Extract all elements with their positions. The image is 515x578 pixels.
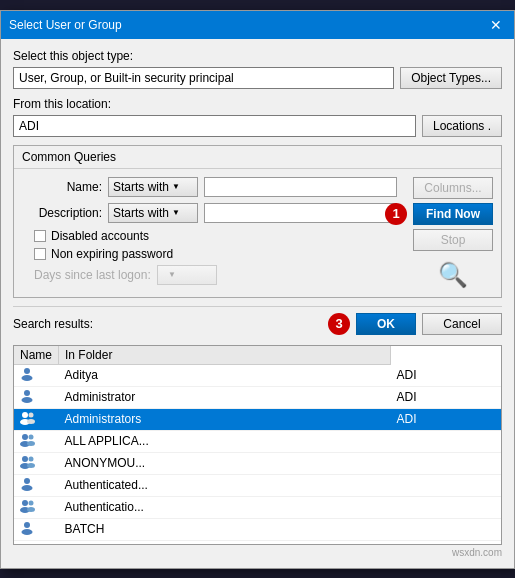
row-name: ANONYMOU... — [59, 452, 391, 474]
object-types-button[interactable]: Object Types... — [400, 67, 502, 89]
days-select[interactable]: ▼ — [157, 265, 217, 285]
location-label: From this location: — [13, 97, 502, 111]
cancel-button[interactable]: Cancel — [422, 313, 502, 335]
find-now-button[interactable]: Find Now — [413, 203, 493, 225]
table-row[interactable]: AdityaADI — [14, 364, 501, 386]
col-header-name: Name — [14, 346, 59, 365]
user-icon — [14, 518, 59, 540]
row-name: ALL APPLICA... — [59, 430, 391, 452]
row-name: Administrator — [59, 386, 391, 408]
svg-point-23 — [22, 529, 33, 535]
user-icon — [14, 474, 59, 496]
table-row[interactable]: BATCH — [14, 518, 501, 540]
disabled-accounts-row: Disabled accounts — [34, 229, 397, 243]
table-row[interactable]: AdministratorADI — [14, 386, 501, 408]
name-row: Name: Starts with ▼ — [22, 177, 397, 197]
group-icon — [14, 452, 59, 474]
col-header-folder: In Folder — [59, 346, 391, 365]
row-name: CONSOLE L... — [59, 540, 391, 545]
group-icon — [14, 496, 59, 518]
svg-point-1 — [22, 375, 33, 381]
locations-button[interactable]: Locations . — [422, 115, 502, 137]
close-button[interactable]: ✕ — [486, 17, 506, 33]
stop-button[interactable]: Stop — [413, 229, 493, 251]
object-type-label: Select this object type: — [13, 49, 502, 63]
key-icon: 🔍 — [413, 261, 493, 289]
dialog-body: Select this object type: Object Types...… — [1, 39, 514, 568]
row-name: Authenticatio... — [59, 496, 391, 518]
svg-point-9 — [29, 434, 34, 439]
svg-point-16 — [24, 478, 30, 484]
svg-point-15 — [27, 463, 35, 468]
ok-container: 3 OK — [356, 313, 416, 335]
name-label: Name: — [22, 180, 102, 194]
non-expiring-label: Non expiring password — [51, 247, 173, 261]
days-since-logon-label: Days since last logon: — [34, 268, 151, 282]
non-expiring-row: Non expiring password — [34, 247, 397, 261]
table-row[interactable]: ALL APPLICA... — [14, 430, 501, 452]
table-row[interactable]: ANONYMOU... — [14, 452, 501, 474]
dialog-title: Select User or Group — [9, 18, 122, 32]
results-table-wrapper: Name In Folder AdityaADI AdministratorAD… — [13, 345, 502, 545]
row-name: Aditya — [59, 364, 391, 386]
row-folder — [391, 496, 501, 518]
location-row: Locations . — [13, 115, 502, 137]
days-dropdown-arrow: ▼ — [168, 270, 176, 279]
row-name: BATCH — [59, 518, 391, 540]
object-type-input[interactable] — [13, 67, 394, 89]
row-name: Authenticated... — [59, 474, 391, 496]
right-buttons: Columns... 1 Find Now Stop 🔍 — [413, 177, 493, 289]
select-user-group-dialog: Select User or Group ✕ Select this objec… — [0, 10, 515, 569]
svg-point-4 — [22, 412, 28, 418]
common-queries-group: Common Queries Name: Starts with ▼ — [13, 145, 502, 298]
svg-point-5 — [29, 412, 34, 417]
svg-point-8 — [22, 434, 28, 440]
svg-point-21 — [27, 507, 35, 512]
svg-point-3 — [22, 397, 33, 403]
user-icon — [14, 386, 59, 408]
table-row[interactable]: Authenticatio... — [14, 496, 501, 518]
row-folder — [391, 518, 501, 540]
disabled-accounts-checkbox[interactable] — [34, 230, 46, 242]
table-row[interactable]: AdministratorsADI2 — [14, 408, 501, 430]
table-row[interactable]: CONSOLE L... — [14, 540, 501, 545]
row-folder: ADI — [391, 386, 501, 408]
step1-badge: 1 — [385, 203, 407, 225]
common-queries-tab[interactable]: Common Queries — [14, 146, 501, 169]
name-input[interactable] — [204, 177, 397, 197]
desc-dropdown-arrow: ▼ — [172, 208, 180, 217]
user-icon — [14, 364, 59, 386]
table-row[interactable]: Authenticated... — [14, 474, 501, 496]
desc-starts-with-select[interactable]: Starts with ▼ — [108, 203, 198, 223]
group-icon — [14, 408, 59, 430]
svg-point-24 — [24, 544, 30, 545]
common-queries-content: Name: Starts with ▼ Description: Starts — [14, 169, 501, 297]
title-bar: Select User or Group ✕ — [1, 11, 514, 39]
columns-button[interactable]: Columns... — [413, 177, 493, 199]
svg-point-12 — [22, 456, 28, 462]
left-area: Name: Starts with ▼ Description: Starts — [22, 177, 397, 289]
svg-point-0 — [24, 368, 30, 374]
search-results-label: Search results: — [13, 317, 350, 331]
name-starts-with-select[interactable]: Starts with ▼ — [108, 177, 198, 197]
row-name: Administrators — [59, 408, 391, 430]
description-label: Description: — [22, 206, 102, 220]
row-folder — [391, 452, 501, 474]
watermark: wsxdn.com — [13, 547, 502, 558]
disabled-accounts-label: Disabled accounts — [51, 229, 149, 243]
non-expiring-checkbox[interactable] — [34, 248, 46, 260]
row-folder — [391, 474, 501, 496]
row-folder — [391, 540, 501, 545]
main-area: Name: Starts with ▼ Description: Starts — [22, 177, 493, 289]
location-input[interactable] — [13, 115, 416, 137]
row-folder — [391, 430, 501, 452]
name-dropdown-arrow: ▼ — [172, 182, 180, 191]
ok-button[interactable]: OK — [356, 313, 416, 335]
description-input[interactable] — [204, 203, 397, 223]
svg-point-2 — [24, 390, 30, 396]
search-results-bar: Search results: 3 OK Cancel — [13, 306, 502, 341]
results-table: Name In Folder AdityaADI AdministratorAD… — [14, 346, 501, 545]
description-row: Description: Starts with ▼ — [22, 203, 397, 223]
svg-point-22 — [24, 522, 30, 528]
find-now-container: 1 Find Now — [413, 203, 493, 225]
